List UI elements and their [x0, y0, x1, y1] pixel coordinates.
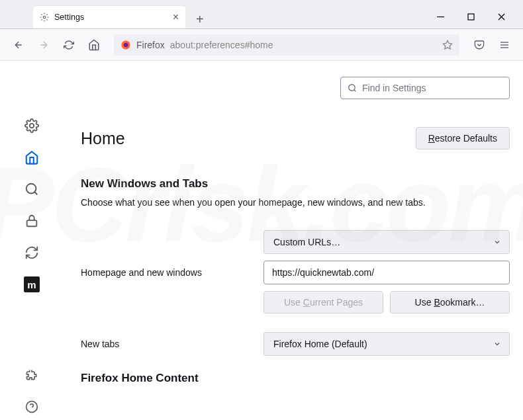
- address-bar[interactable]: Firefox about:preferences#home: [114, 34, 459, 56]
- svg-marker-7: [443, 40, 452, 49]
- gear-icon: [40, 13, 49, 22]
- sidebar-item-privacy[interactable]: [19, 208, 45, 234]
- sidebar-item-sync[interactable]: [19, 239, 45, 266]
- sidebar-item-search[interactable]: [19, 176, 45, 202]
- menu-button[interactable]: [494, 34, 515, 56]
- maximize-button[interactable]: [455, 7, 486, 28]
- select-value: Firefox Home (Default): [273, 339, 367, 349]
- svg-point-17: [349, 85, 355, 91]
- close-icon[interactable]: ×: [173, 11, 179, 23]
- section-title-home-content: Firefox Home Content: [81, 372, 510, 385]
- use-bookmark-button[interactable]: Use Bookmark…Use Bookmark…: [390, 291, 510, 314]
- reload-button[interactable]: [58, 34, 79, 56]
- address-prefix: Firefox: [136, 40, 165, 50]
- main-content: Home RRestore Defaultsestore Defaults Ne…: [64, 61, 523, 420]
- tab-title: Settings: [54, 13, 84, 22]
- svg-line-18: [354, 90, 356, 92]
- newtabs-select[interactable]: Firefox Home (Default): [263, 332, 510, 356]
- homepage-mode-select[interactable]: Custom URLs…: [263, 230, 510, 254]
- homepage-label: Homepage and new windows: [81, 267, 263, 278]
- browser-tab[interactable]: Settings ×: [33, 6, 185, 28]
- svg-point-11: [30, 124, 34, 128]
- toolbar: Firefox about:preferences#home: [0, 29, 523, 61]
- forward-button[interactable]: [33, 34, 54, 56]
- bookmark-star-icon[interactable]: [442, 40, 453, 50]
- minimize-button[interactable]: [425, 7, 455, 28]
- svg-point-12: [26, 184, 36, 194]
- homepage-url-input[interactable]: [263, 261, 510, 284]
- page-title: Home: [81, 129, 125, 148]
- select-value: Custom URLs…: [273, 237, 340, 247]
- address-url: about:preferences#home: [170, 40, 273, 50]
- svg-line-13: [34, 192, 37, 194]
- sidebar: m: [0, 61, 64, 420]
- sidebar-item-home[interactable]: [19, 144, 45, 171]
- pocket-button[interactable]: [469, 34, 490, 56]
- firefox-logo-icon: [120, 40, 131, 50]
- section-title-windows-tabs: New Windows and Tabs: [81, 177, 510, 190]
- find-in-settings[interactable]: [340, 77, 510, 99]
- back-button[interactable]: [8, 34, 29, 56]
- svg-rect-2: [468, 14, 474, 20]
- new-tab-button[interactable]: +: [192, 10, 208, 28]
- svg-point-6: [124, 42, 128, 47]
- search-icon: [348, 83, 357, 93]
- sidebar-item-help[interactable]: [19, 394, 45, 420]
- sidebar-item-more[interactable]: m: [19, 271, 45, 298]
- m-icon: m: [24, 276, 40, 292]
- newtabs-label: New tabs: [81, 339, 263, 349]
- sidebar-item-extensions[interactable]: [19, 362, 45, 388]
- svg-point-0: [43, 16, 46, 19]
- tab-bar: Settings × +: [0, 0, 523, 29]
- chevron-down-icon: [493, 340, 501, 348]
- find-input[interactable]: [362, 83, 502, 93]
- use-current-pages-button[interactable]: Use Current PagesUse Current Pages: [263, 291, 383, 314]
- svg-rect-14: [27, 220, 37, 226]
- restore-defaults-button[interactable]: RRestore Defaultsestore Defaults: [416, 127, 510, 149]
- close-window-button[interactable]: [486, 7, 516, 28]
- section-desc-windows-tabs: Choose what you see when you open your h…: [81, 197, 510, 208]
- sidebar-item-general[interactable]: [19, 112, 45, 139]
- chevron-down-icon: [493, 238, 501, 246]
- home-nav-button[interactable]: [83, 34, 105, 56]
